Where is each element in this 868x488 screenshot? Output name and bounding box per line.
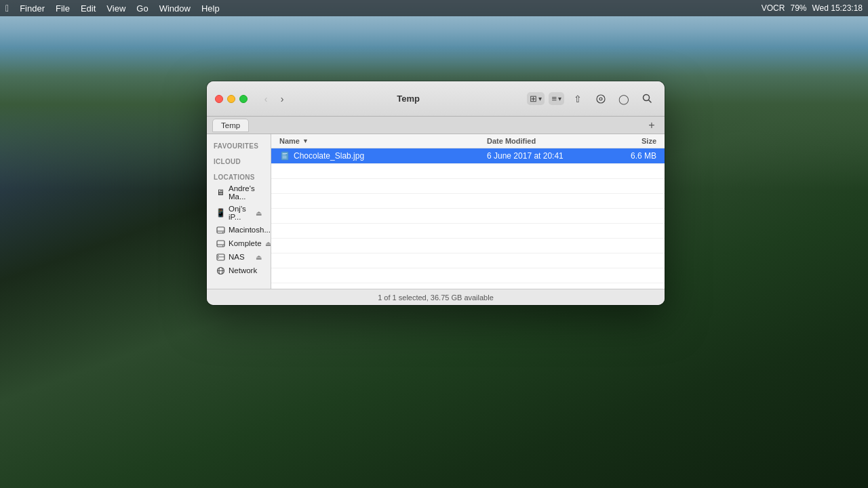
empty-row [271,224,665,239]
sidebar-item-label: NAS [229,253,245,261]
chevron-down-icon: ▾ [538,95,542,102]
sidebar-item-label: Macintosh... [229,226,271,234]
tag-button[interactable] [591,91,610,107]
back-button[interactable]: ‹ [258,92,273,106]
finder-tabbar: Temp + [207,117,665,134]
view-toggle-button[interactable]: ⊞ ▾ [527,92,545,105]
battery-status: 79% [790,3,806,13]
svg-point-9 [222,245,223,247]
empty-row [271,164,665,179]
menu-window[interactable]: Window [159,3,191,14]
svg-point-13 [218,258,219,259]
column-name-label: Name [279,137,300,145]
tab-temp[interactable]: Temp [212,119,249,132]
sort-chevron-icon: ▾ [558,95,561,102]
finder-statusbar: 1 of 1 selected, 36.75 GB available [207,289,665,305]
svg-rect-4 [217,227,224,233]
empty-row [271,209,665,224]
file-name: Chocolate_Slab.jpg [279,150,487,161]
apple-menu[interactable]:  [5,3,9,14]
list-view-button[interactable]: ≡ ▾ [549,92,564,105]
menu-edit[interactable]: Edit [81,3,96,14]
phone-icon: 📱 [216,208,225,218]
sidebar-item-label: Network [229,266,257,274]
filelist-header: Name ▼ Date Modified Size [271,134,665,148]
file-date: 6 June 2017 at 20:41 [487,151,609,161]
disk-icon [216,225,225,235]
clock: Wed 15:23:18 [812,3,863,13]
column-size[interactable]: Size [609,137,656,145]
network-icon [216,266,225,275]
status-text: 1 of 1 selected, 36.75 GB available [378,293,494,302]
svg-rect-18 [283,153,288,154]
sort-icon: ▼ [302,138,309,144]
minimize-button[interactable] [227,95,235,103]
eject-icon[interactable]: ⏏ [256,253,262,261]
menubar:  Finder File Edit View Go Window Help V… [0,0,868,16]
sidebar-item-label: Komplete [229,239,262,247]
empty-row [271,253,665,268]
search-button[interactable] [637,91,656,107]
grid-view-icon: ⊞ [530,94,537,104]
empty-row [271,268,665,283]
finder-filelist: Name ▼ Date Modified Size [271,134,665,289]
action-button[interactable]: ◯ [614,91,633,107]
svg-rect-19 [283,155,286,155]
empty-row [271,239,665,253]
column-name[interactable]: Name ▼ [279,137,487,145]
svg-rect-20 [283,156,287,159]
column-date-modified[interactable]: Date Modified [487,137,609,145]
finder-content: Favourites iCloud Locations 🖥 Andre's Ma… [207,134,665,289]
sidebar-item-label: Andre's Ma... [229,184,262,201]
file-row[interactable]: Chocolate_Slab.jpg 6 June 2017 at 20:41 … [271,148,665,164]
sidebar-section-locations: Locations [207,171,271,182]
svg-point-0 [597,95,605,103]
sidebar-item-network[interactable]: Network [209,264,269,277]
traffic-lights [215,95,248,103]
computer-icon: 🖥 [216,188,225,197]
search-icon [642,94,652,104]
empty-row [271,179,665,194]
empty-row [271,194,665,209]
menu-view[interactable]: View [106,3,125,14]
file-name-text: Chocolate_Slab.jpg [294,151,364,161]
finder-window: ‹ › Temp ⊞ ▾ ≡ ▾ ⇧ [207,81,665,305]
svg-point-12 [218,255,219,256]
drive-icon [216,239,225,248]
sidebar-section-icloud: iCloud [207,155,271,167]
sidebar-item-andres-mac[interactable]: 🖥 Andre's Ma... [209,182,269,203]
vocr-icon[interactable]: VOCR [762,3,785,13]
desktop:  Finder File Edit View Go Window Help V… [0,0,868,488]
list-icon: ≡ [551,94,557,104]
nas-icon [216,252,225,262]
svg-rect-7 [217,241,224,247]
svg-point-1 [599,98,602,100]
zoom-button[interactable] [239,95,248,103]
sidebar-section-favourites: Favourites [207,140,271,151]
file-size: 6.6 MB [609,151,656,161]
sidebar-item-macintosh-hd[interactable]: Macintosh... [209,223,269,237]
eject-icon[interactable]: ⏏ [265,240,271,247]
empty-row [271,283,665,289]
svg-line-3 [648,100,651,103]
finder-sidebar: Favourites iCloud Locations 🖥 Andre's Ma… [207,134,271,289]
close-button[interactable] [215,95,223,103]
menubar-left:  Finder File Edit View Go Window Help [5,3,220,14]
sidebar-item-iphone[interactable]: 📱 Onj's iP... ⏏ [209,203,269,223]
menu-help[interactable]: Help [201,3,220,14]
menu-file[interactable]: File [56,3,70,14]
window-title: Temp [295,94,521,104]
menu-go[interactable]: Go [136,3,148,14]
sidebar-item-nas[interactable]: NAS ⏏ [209,250,269,264]
share-button[interactable]: ⇧ [568,91,587,107]
sidebar-item-label: Onj's iP... [229,205,252,221]
file-icon [279,150,290,161]
toolbar-actions: ⊞ ▾ ≡ ▾ ⇧ ◯ [527,91,656,107]
menu-finder[interactable]: Finder [20,3,45,14]
nav-buttons: ‹ › [258,92,290,106]
tab-add-button[interactable]: + [644,119,659,131]
eject-icon[interactable]: ⏏ [256,209,262,217]
forward-button[interactable]: › [275,92,290,106]
sidebar-item-komplete[interactable]: Komplete ⏏ [209,237,269,250]
menubar-right: VOCR 79% Wed 15:23:18 [762,3,863,13]
